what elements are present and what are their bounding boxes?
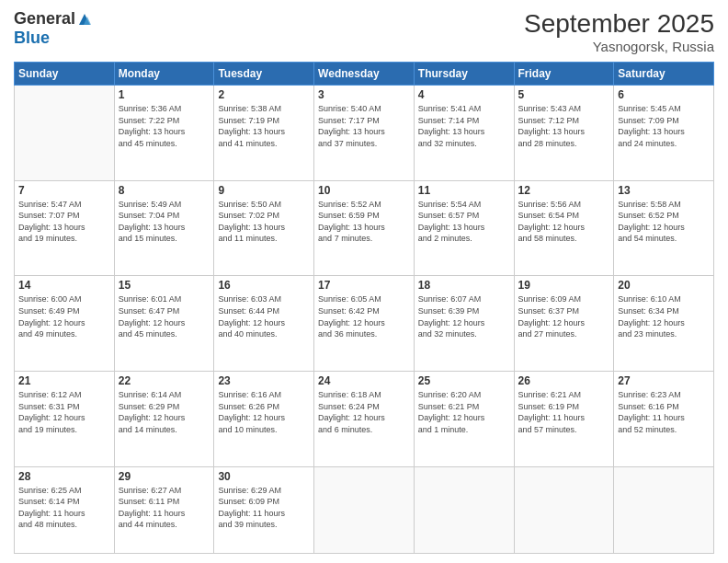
calendar-cell: 21Sunrise: 6:12 AM Sunset: 6:31 PM Dayli… — [15, 372, 115, 467]
day-info: Sunrise: 5:54 AM Sunset: 6:57 PM Dayligh… — [418, 199, 510, 245]
day-info: Sunrise: 5:43 AM Sunset: 7:12 PM Dayligh… — [518, 103, 610, 149]
calendar: SundayMondayTuesdayWednesdayThursdayFrid… — [14, 62, 714, 554]
title-area: September 2025 Yasnogorsk, Russia — [524, 9, 714, 54]
calendar-cell: 23Sunrise: 6:16 AM Sunset: 6:26 PM Dayli… — [214, 372, 314, 467]
day-number: 18 — [418, 279, 510, 292]
day-number: 5 — [518, 88, 610, 101]
day-number: 16 — [218, 279, 310, 292]
calendar-cell: 4Sunrise: 5:41 AM Sunset: 7:14 PM Daylig… — [414, 86, 514, 181]
calendar-cell: 15Sunrise: 6:01 AM Sunset: 6:47 PM Dayli… — [114, 276, 214, 372]
day-number: 26 — [518, 374, 610, 387]
calendar-cell: 3Sunrise: 5:40 AM Sunset: 7:17 PM Daylig… — [314, 86, 415, 181]
week-row-3: 14Sunrise: 6:00 AM Sunset: 6:49 PM Dayli… — [15, 276, 714, 372]
day-number: 23 — [218, 374, 310, 387]
calendar-cell: 2Sunrise: 5:38 AM Sunset: 7:19 PM Daylig… — [214, 86, 314, 181]
logo-icon — [77, 12, 92, 27]
day-info: Sunrise: 6:07 AM Sunset: 6:39 PM Dayligh… — [418, 293, 510, 339]
calendar-cell: 17Sunrise: 6:05 AM Sunset: 6:42 PM Dayli… — [314, 276, 415, 372]
calendar-cell: 5Sunrise: 5:43 AM Sunset: 7:12 PM Daylig… — [514, 86, 614, 181]
day-info: Sunrise: 5:52 AM Sunset: 6:59 PM Dayligh… — [318, 199, 410, 245]
calendar-cell: 1Sunrise: 5:36 AM Sunset: 7:22 PM Daylig… — [114, 86, 214, 181]
day-number: 12 — [518, 184, 610, 197]
day-number: 22 — [119, 374, 210, 387]
calendar-cell — [314, 466, 415, 553]
day-info: Sunrise: 6:29 AM Sunset: 6:09 PM Dayligh… — [218, 485, 310, 531]
day-number: 24 — [318, 374, 410, 387]
header: General Blue September 2025 Yasnogorsk, … — [14, 9, 714, 54]
day-number: 3 — [318, 88, 410, 101]
calendar-cell: 27Sunrise: 6:23 AM Sunset: 6:16 PM Dayli… — [614, 372, 714, 467]
day-number: 13 — [618, 184, 710, 197]
logo-general: General — [14, 9, 75, 29]
day-number: 1 — [119, 88, 210, 101]
calendar-cell: 14Sunrise: 6:00 AM Sunset: 6:49 PM Dayli… — [15, 276, 115, 372]
day-info: Sunrise: 6:05 AM Sunset: 6:42 PM Dayligh… — [318, 293, 410, 339]
month-title: September 2025 — [524, 9, 714, 39]
day-info: Sunrise: 5:40 AM Sunset: 7:17 PM Dayligh… — [318, 103, 410, 149]
calendar-cell: 30Sunrise: 6:29 AM Sunset: 6:09 PM Dayli… — [214, 466, 314, 553]
day-number: 27 — [618, 374, 710, 387]
day-number: 10 — [318, 184, 410, 197]
calendar-cell — [15, 86, 115, 181]
calendar-cell: 24Sunrise: 6:18 AM Sunset: 6:24 PM Dayli… — [314, 372, 415, 467]
day-info: Sunrise: 6:12 AM Sunset: 6:31 PM Dayligh… — [18, 389, 110, 435]
day-number: 28 — [18, 470, 110, 483]
logo-blue: Blue — [14, 29, 50, 48]
day-number: 9 — [218, 184, 310, 197]
day-info: Sunrise: 6:25 AM Sunset: 6:14 PM Dayligh… — [18, 485, 110, 531]
day-number: 19 — [518, 279, 610, 292]
day-info: Sunrise: 5:36 AM Sunset: 7:22 PM Dayligh… — [119, 103, 210, 149]
weekday-header-friday: Friday — [514, 63, 614, 86]
weekday-header-thursday: Thursday — [414, 63, 514, 86]
week-row-4: 21Sunrise: 6:12 AM Sunset: 6:31 PM Dayli… — [15, 372, 714, 467]
logo: General Blue — [14, 9, 92, 48]
day-info: Sunrise: 5:58 AM Sunset: 6:52 PM Dayligh… — [618, 199, 710, 245]
day-number: 20 — [618, 279, 710, 292]
day-info: Sunrise: 6:14 AM Sunset: 6:29 PM Dayligh… — [119, 389, 210, 435]
day-info: Sunrise: 6:18 AM Sunset: 6:24 PM Dayligh… — [318, 389, 410, 435]
day-info: Sunrise: 5:38 AM Sunset: 7:19 PM Dayligh… — [218, 103, 310, 149]
calendar-cell: 25Sunrise: 6:20 AM Sunset: 6:21 PM Dayli… — [414, 372, 514, 467]
day-number: 14 — [18, 279, 110, 292]
day-info: Sunrise: 6:20 AM Sunset: 6:21 PM Dayligh… — [418, 389, 510, 435]
calendar-cell: 8Sunrise: 5:49 AM Sunset: 7:04 PM Daylig… — [114, 180, 214, 276]
calendar-cell: 28Sunrise: 6:25 AM Sunset: 6:14 PM Dayli… — [15, 466, 115, 553]
calendar-cell — [414, 466, 514, 553]
calendar-cell: 11Sunrise: 5:54 AM Sunset: 6:57 PM Dayli… — [414, 180, 514, 276]
day-info: Sunrise: 5:56 AM Sunset: 6:54 PM Dayligh… — [518, 199, 610, 245]
calendar-cell — [614, 466, 714, 553]
day-info: Sunrise: 5:49 AM Sunset: 7:04 PM Dayligh… — [119, 199, 210, 245]
day-info: Sunrise: 6:00 AM Sunset: 6:49 PM Dayligh… — [18, 293, 110, 339]
weekday-header-row: SundayMondayTuesdayWednesdayThursdayFrid… — [15, 63, 714, 86]
day-info: Sunrise: 6:03 AM Sunset: 6:44 PM Dayligh… — [218, 293, 310, 339]
day-number: 21 — [18, 374, 110, 387]
day-number: 6 — [618, 88, 710, 101]
calendar-cell: 20Sunrise: 6:10 AM Sunset: 6:34 PM Dayli… — [614, 276, 714, 372]
day-info: Sunrise: 6:10 AM Sunset: 6:34 PM Dayligh… — [618, 293, 710, 339]
day-info: Sunrise: 5:50 AM Sunset: 7:02 PM Dayligh… — [218, 199, 310, 245]
day-info: Sunrise: 6:23 AM Sunset: 6:16 PM Dayligh… — [618, 389, 710, 435]
weekday-header-tuesday: Tuesday — [214, 63, 314, 86]
day-number: 8 — [119, 184, 210, 197]
week-row-2: 7Sunrise: 5:47 AM Sunset: 7:07 PM Daylig… — [15, 180, 714, 276]
week-row-5: 28Sunrise: 6:25 AM Sunset: 6:14 PM Dayli… — [15, 466, 714, 553]
weekday-header-saturday: Saturday — [614, 63, 714, 86]
day-number: 7 — [18, 184, 110, 197]
calendar-cell: 10Sunrise: 5:52 AM Sunset: 6:59 PM Dayli… — [314, 180, 415, 276]
day-info: Sunrise: 6:01 AM Sunset: 6:47 PM Dayligh… — [119, 293, 210, 339]
weekday-header-monday: Monday — [114, 63, 214, 86]
calendar-cell: 22Sunrise: 6:14 AM Sunset: 6:29 PM Dayli… — [114, 372, 214, 467]
day-number: 29 — [119, 470, 210, 483]
day-number: 2 — [218, 88, 310, 101]
day-info: Sunrise: 6:09 AM Sunset: 6:37 PM Dayligh… — [518, 293, 610, 339]
calendar-cell: 7Sunrise: 5:47 AM Sunset: 7:07 PM Daylig… — [15, 180, 115, 276]
calendar-cell: 9Sunrise: 5:50 AM Sunset: 7:02 PM Daylig… — [214, 180, 314, 276]
week-row-1: 1Sunrise: 5:36 AM Sunset: 7:22 PM Daylig… — [15, 86, 714, 181]
day-info: Sunrise: 5:41 AM Sunset: 7:14 PM Dayligh… — [418, 103, 510, 149]
day-number: 4 — [418, 88, 510, 101]
day-number: 25 — [418, 374, 510, 387]
day-info: Sunrise: 6:27 AM Sunset: 6:11 PM Dayligh… — [119, 485, 210, 531]
calendar-cell: 12Sunrise: 5:56 AM Sunset: 6:54 PM Dayli… — [514, 180, 614, 276]
day-number: 15 — [119, 279, 210, 292]
calendar-cell: 13Sunrise: 5:58 AM Sunset: 6:52 PM Dayli… — [614, 180, 714, 276]
